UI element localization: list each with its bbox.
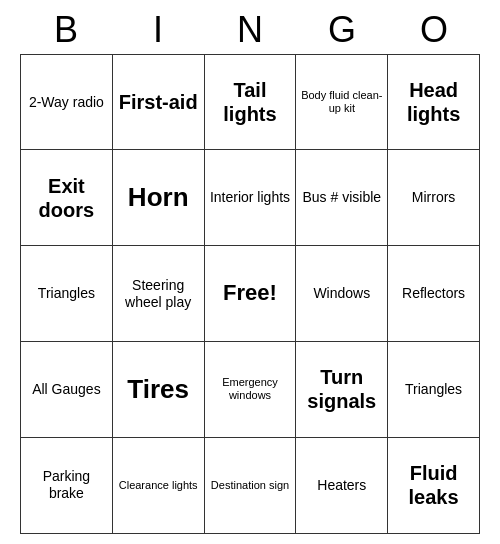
bingo-cell-12: Free! [205, 246, 297, 342]
letter-g: G [296, 10, 388, 50]
bingo-cell-19: Triangles [388, 342, 480, 438]
bingo-cell-15: All Gauges [21, 342, 113, 438]
letter-o: O [388, 10, 480, 50]
bingo-cell-10: Triangles [21, 246, 113, 342]
bingo-cell-23: Heaters [296, 438, 388, 534]
letter-i: I [112, 10, 204, 50]
bingo-cell-3: Body fluid clean-up kit [296, 55, 388, 151]
bingo-cell-6: Horn [113, 150, 205, 246]
bingo-cell-22: Destination sign [205, 438, 297, 534]
bingo-cell-16: Tires [113, 342, 205, 438]
bingo-cell-14: Reflectors [388, 246, 480, 342]
bingo-cell-17: Emergency windows [205, 342, 297, 438]
bingo-cell-5: Exit doors [21, 150, 113, 246]
bingo-cell-2: Tail lights [205, 55, 297, 151]
bingo-cell-1: First-aid [113, 55, 205, 151]
bingo-cell-0: 2-Way radio [21, 55, 113, 151]
bingo-cell-7: Interior lights [205, 150, 297, 246]
bingo-cell-20: Parking brake [21, 438, 113, 534]
bingo-cell-8: Bus # visible [296, 150, 388, 246]
letter-n: N [204, 10, 296, 50]
bingo-cell-4: Head lights [388, 55, 480, 151]
letter-b: B [20, 10, 112, 50]
bingo-cell-21: Clearance lights [113, 438, 205, 534]
bingo-cell-13: Windows [296, 246, 388, 342]
bingo-grid: 2-Way radioFirst-aidTail lightsBody flui… [20, 54, 480, 534]
bingo-cell-18: Turn signals [296, 342, 388, 438]
bingo-cell-11: Steering wheel play [113, 246, 205, 342]
bingo-cell-9: Mirrors [388, 150, 480, 246]
bingo-header: B I N G O [20, 10, 480, 50]
bingo-cell-24: Fluid leaks [388, 438, 480, 534]
